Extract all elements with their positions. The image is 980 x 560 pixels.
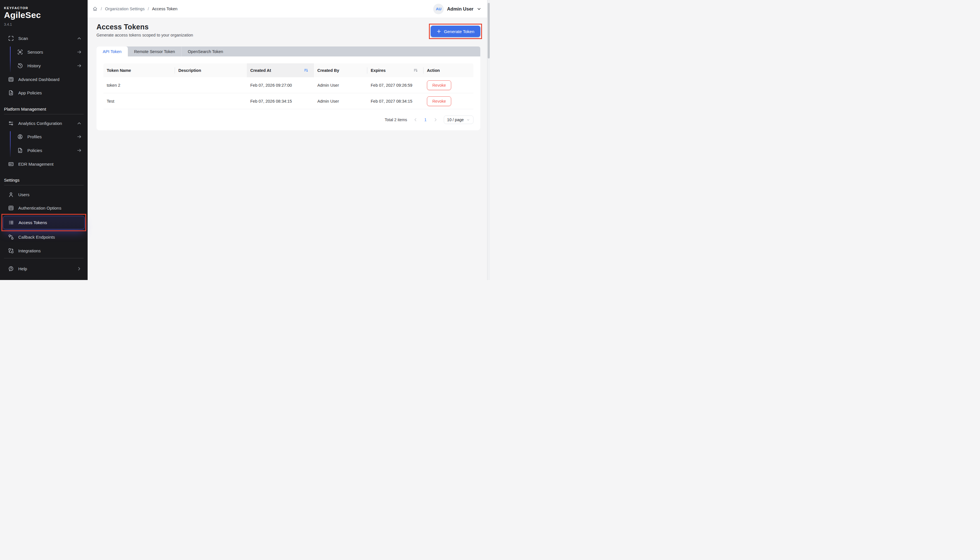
endpoints-icon [8, 234, 14, 240]
sort-descending-icon[interactable] [304, 68, 308, 72]
column-header-description[interactable]: Description [175, 63, 247, 77]
sidebar-item-scan[interactable]: Scan [0, 32, 88, 45]
cell-created-at: Feb 07, 2026 08:34:15 [247, 93, 314, 109]
user-name: Admin User [447, 6, 473, 12]
home-icon[interactable] [92, 6, 98, 12]
cell-description [175, 77, 247, 93]
divider [4, 258, 84, 258]
sidebar-item-edr-management[interactable]: EDR Management [0, 158, 88, 170]
page-header: Access Tokens Generate access tokens sco… [97, 23, 480, 37]
analytics-submenu: Profiles Policies [0, 131, 88, 158]
plus-icon [436, 29, 441, 33]
generate-token-annotation: Generate Token [431, 26, 480, 37]
top-bar: / Organization Settings / Access Token A… [88, 0, 490, 18]
sensors-icon [17, 49, 23, 55]
chevron-up-icon [77, 36, 82, 41]
sidebar-item-label: Access Tokens [18, 220, 47, 225]
breadcrumb-item-current: Access Token [152, 7, 177, 11]
table-row: token 2 Feb 07, 2026 09:27:00 Admin User… [103, 77, 473, 93]
sidebar-item-label: Authentication Options [18, 206, 61, 210]
breadcrumb-separator: / [148, 7, 149, 11]
sidebar-item-callback-endpoints[interactable]: Callback Endpoints [0, 231, 88, 243]
sidebar-item-authentication-options[interactable]: Authentication Options [0, 202, 88, 214]
table-header: Token Name Description Created At Create… [103, 63, 473, 77]
user-menu[interactable]: AU Admin User [433, 4, 482, 14]
sidebar-item-label: Scan [18, 36, 28, 41]
generate-token-button[interactable]: Generate Token [431, 26, 480, 37]
sidebar-item-label: Users [18, 192, 29, 197]
cell-expires: Feb 07, 2027 09:26:59 [367, 77, 423, 93]
revoke-button[interactable]: Revoke [427, 80, 451, 90]
column-header-action: Action [423, 63, 473, 77]
cell-action: Revoke [423, 77, 473, 93]
sidebar-item-profiles[interactable]: Profiles [0, 131, 88, 143]
sidebar-item-label: App Policies [18, 90, 42, 95]
list-icon [8, 220, 14, 225]
avatar: AU [433, 4, 444, 14]
sidebar-item-sensors[interactable]: Sensors [0, 46, 88, 58]
app-logo: KEYFACTOR AgileSec 3.4.1 [0, 6, 88, 27]
generate-token-label: Generate Token [444, 29, 474, 34]
previous-page-button[interactable] [412, 116, 419, 123]
sidebar-item-app-policies[interactable]: App Policies [0, 87, 88, 99]
breadcrumb-separator: / [101, 7, 102, 11]
sidebar-item-help[interactable]: Help [0, 262, 88, 275]
page-subtitle: Generate access tokens scoped to your or… [97, 33, 193, 37]
scrollbar-thumb[interactable] [488, 3, 490, 58]
column-header-created-at[interactable]: Created At [247, 63, 314, 77]
sidebar-item-label: Policies [27, 148, 42, 153]
document-icon [8, 90, 14, 96]
tokens-table: Token Name Description Created At Create… [103, 63, 473, 109]
page-title: Access Tokens [97, 23, 193, 31]
sidebar-item-analytics-configuration[interactable]: Analytics Configuration [0, 117, 88, 130]
revoke-button[interactable]: Revoke [427, 97, 451, 106]
brand-version: 3.4.1 [4, 23, 84, 27]
sort-icon[interactable] [413, 68, 418, 72]
user-icon [8, 192, 14, 198]
cell-token-name: token 2 [103, 77, 175, 93]
arrow-right-icon [77, 148, 82, 153]
tokens-card: Token Name Description Created At Create… [97, 57, 480, 130]
column-header-expires[interactable]: Expires [367, 63, 423, 77]
section-settings: Settings [0, 178, 88, 182]
brand-company: KEYFACTOR [4, 6, 84, 10]
sidebar-item-history[interactable]: History [0, 60, 88, 72]
column-header-label: Created At [250, 68, 271, 73]
sidebar-item-label: Analytics Configuration [18, 121, 62, 126]
tab-opensearch-token[interactable]: OpenSearch Token [181, 47, 229, 57]
dashboard-icon [8, 77, 14, 82]
document-check-icon [17, 147, 23, 153]
sidebar-bottom: Help [0, 258, 88, 276]
sidebar-item-label: Advanced Dashboard [18, 77, 59, 82]
sliders-icon [8, 120, 14, 126]
chevron-down-icon [466, 118, 470, 122]
main-area: / Organization Settings / Access Token A… [88, 0, 490, 280]
pagination: Total 2 items 1 10 / page [103, 115, 473, 124]
sidebar-item-label: History [27, 63, 41, 68]
page-size-select[interactable]: 10 / page [444, 115, 473, 124]
page-number[interactable]: 1 [421, 117, 430, 122]
column-header-token-name[interactable]: Token Name [103, 63, 175, 77]
tab-remote-sensor-token[interactable]: Remote Sensor Token [128, 47, 181, 57]
column-header-created-by[interactable]: Created By [314, 63, 367, 77]
sidebar-item-label: Profiles [27, 134, 42, 139]
sidebar-item-integrations[interactable]: Integrations [0, 244, 88, 257]
scrollbar[interactable] [487, 0, 490, 280]
sidebar-item-label: Sensors [27, 50, 43, 55]
help-icon [8, 266, 14, 272]
sidebar-item-advanced-dashboard[interactable]: Advanced Dashboard [0, 73, 88, 86]
arrow-right-icon [77, 49, 82, 55]
scan-icon [8, 35, 14, 41]
token-tabs: API Token Remote Sensor Token OpenSearch… [97, 47, 480, 57]
sidebar-item-users[interactable]: Users [0, 188, 88, 201]
sidebar-item-label: Help [18, 266, 27, 271]
next-page-button[interactable] [432, 116, 439, 123]
pagination-total: Total 2 items [385, 117, 407, 122]
breadcrumb-item-organization-settings[interactable]: Organization Settings [105, 7, 145, 11]
sidebar-item-policies[interactable]: Policies [0, 144, 88, 157]
sidebar-item-label: EDR Management [18, 162, 54, 167]
sidebar-item-access-tokens[interactable]: Access Tokens [3, 216, 85, 229]
sidebar-item-label: Callback Endpoints [18, 235, 55, 240]
user-circle-icon [17, 134, 23, 140]
tab-api-token[interactable]: API Token [97, 47, 128, 57]
